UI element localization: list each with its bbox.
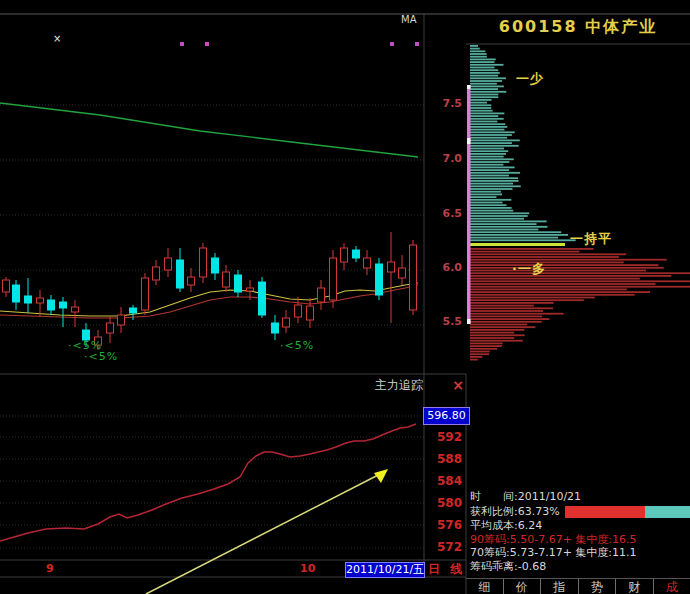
chip-bar-loss (470, 305, 534, 307)
chip-bar-profit (470, 83, 497, 85)
indicator-panel-title: 主力追踪 (0, 377, 423, 394)
chip-bar-loss (470, 272, 690, 274)
period-selector[interactable]: 日 线 (428, 561, 465, 578)
y-axis-tick: 580 (425, 496, 462, 510)
chip-bar-profit (470, 53, 487, 55)
chip-bar-profit (470, 161, 509, 163)
chip-bar-loss (470, 259, 667, 261)
chip-bar-profit (470, 153, 506, 155)
volume-pct-label: ·<5% (280, 339, 314, 352)
chip-bar-loss (470, 294, 635, 296)
chip-bar-profit (470, 223, 537, 225)
chip-bar-loss (470, 351, 490, 353)
price-range-bar-mark (467, 85, 471, 89)
candle-body (295, 305, 302, 317)
x-axis-tick: 9 (46, 562, 54, 575)
candle-body (60, 302, 67, 308)
chip-bar-profit (470, 50, 485, 52)
chip-bar-loss (470, 286, 690, 288)
chip-bar-profit (470, 199, 511, 201)
chip-bar-loss (470, 307, 553, 309)
chip-bar-loss (470, 262, 624, 264)
chip-bar-profit (470, 121, 497, 123)
candle-body (376, 264, 383, 295)
chip-bar-loss (470, 275, 671, 277)
candle-body (48, 300, 55, 310)
candle-body (364, 258, 371, 268)
chip-bar-loss (470, 356, 482, 358)
chip-bar-loss (470, 313, 564, 315)
chip-bar-profit (470, 210, 513, 212)
chip-bar-profit (470, 77, 506, 79)
info-row-chip-bias: 筹码乖离:-0.68 (470, 559, 546, 574)
chip-bar-profit (470, 61, 494, 63)
tab-price[interactable]: 价 (503, 579, 541, 594)
chip-bar-loss (470, 302, 554, 304)
chip-bar-profit (470, 196, 496, 198)
chip-bar-profit (470, 207, 512, 209)
chip-bar-loss (470, 334, 525, 336)
chip-bar-loss (470, 332, 514, 334)
candle-body (353, 250, 360, 258)
chip-bar-profit (470, 88, 498, 90)
chip-bar-profit (470, 104, 491, 106)
candle-body (318, 288, 325, 302)
tab-volume[interactable]: 成 (653, 579, 690, 594)
chip-bar-profit (470, 110, 493, 112)
ex-rights-dot (415, 42, 419, 46)
candle-body (283, 318, 290, 327)
chip-bar-loss (470, 291, 650, 293)
price-axis-tick: 7.5 (425, 97, 462, 110)
chip-bar-loss (470, 343, 503, 345)
chip-bar-profit (470, 191, 501, 193)
tab-index[interactable]: 指 (540, 579, 578, 594)
chip-bar-loss (470, 316, 542, 318)
candle-body (3, 280, 10, 292)
chip-bar-profit (470, 96, 498, 98)
candle-body (72, 307, 79, 312)
candle-body (341, 248, 348, 262)
profit-bar-cyan-segment (645, 506, 690, 518)
chip-bar-loss (470, 280, 690, 282)
tab-detail[interactable]: 细 (466, 579, 503, 594)
chip-bar-loss (470, 278, 640, 280)
info-row-70-chips: 70筹码:5.73-7.17+ 集中度:11.1 (470, 545, 637, 560)
chip-bar-profit (470, 145, 519, 147)
chip-bar-loss (470, 353, 489, 355)
info-row-profit-ratio: 获利比例:63.73% (470, 504, 560, 519)
tab-trend[interactable]: 势 (578, 579, 616, 594)
chip-bar-profit (470, 188, 513, 190)
candle-body (272, 323, 279, 333)
chip-bar-profit (470, 202, 503, 204)
candle-body (259, 282, 266, 315)
chip-bar-profit (470, 218, 524, 220)
chip-bar-profit (470, 237, 558, 239)
chip-bar-profit (470, 140, 520, 142)
chip-bar-profit (470, 80, 502, 82)
chip-bar-loss (470, 283, 656, 285)
info-row-time: 时 间:2011/10/21 (470, 489, 581, 504)
chip-bar-profit (470, 59, 496, 61)
chip-bar-profit (470, 239, 576, 241)
chip-bar-profit (470, 91, 506, 93)
candle-body (235, 275, 242, 292)
tab-finance[interactable]: 财 (615, 579, 653, 594)
candle-body (13, 285, 20, 302)
chip-bar-loss (470, 289, 627, 291)
chip-bar-profit (470, 48, 480, 50)
stock-title: 600158 中体产业 (470, 17, 686, 38)
chip-bar-profit (470, 172, 520, 174)
chip-bar-profit (470, 158, 514, 160)
x-axis-tick: 10 (300, 562, 315, 575)
chip-bar-loss (470, 318, 549, 320)
chip-bar-profit (470, 69, 498, 71)
chip-bar-loss (470, 324, 527, 326)
ma-green-line (0, 103, 418, 157)
chip-bar-profit (470, 118, 504, 120)
ex-rights-dot (180, 42, 184, 46)
candle-body (330, 258, 337, 300)
candle-body (142, 278, 149, 310)
close-icon[interactable]: × (424, 375, 472, 395)
chip-bar-profit (470, 212, 529, 214)
y-axis-tick: 588 (425, 452, 462, 466)
